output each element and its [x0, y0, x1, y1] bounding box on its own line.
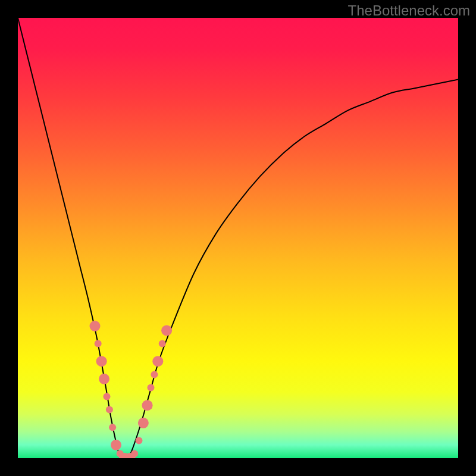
plot-background [18, 18, 458, 458]
marker-point [111, 440, 121, 450]
marker-point [131, 450, 138, 458]
marker-point [136, 437, 143, 444]
marker-point [90, 321, 101, 331]
marker-point [151, 371, 158, 378]
marker-point [161, 325, 172, 336]
marker-point [106, 406, 113, 414]
chart-frame: TheBottleneck.com [0, 0, 476, 476]
marker-point [147, 384, 154, 392]
marker-point [96, 356, 107, 367]
watermark-text: TheBottleneck.com [348, 2, 470, 19]
marker-point [159, 340, 166, 347]
plot-svg [18, 18, 458, 458]
marker-point [103, 393, 110, 400]
marker-point [152, 356, 163, 367]
marker-point [95, 340, 102, 347]
marker-point [109, 424, 116, 431]
marker-point [138, 418, 149, 428]
marker-point [142, 400, 153, 411]
marker-point [99, 374, 109, 384]
